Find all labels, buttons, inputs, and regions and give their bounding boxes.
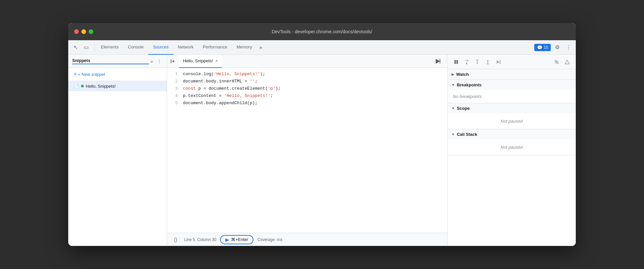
scope-section-header[interactable]: ▼ Scope (448, 103, 576, 113)
call-stack-not-paused-label: Not paused (501, 145, 523, 150)
scope-content: Not paused (448, 113, 576, 129)
main-content: Snippets » ⋮ + + New snippet 📄 Hello, Sn… (68, 55, 576, 246)
tab-console[interactable]: Console (123, 40, 148, 55)
step-over-button[interactable] (462, 57, 471, 67)
editor-run-button[interactable] (433, 56, 443, 67)
titlebar: DevTools - developer.chrome.com/docs/dev… (68, 23, 576, 40)
status-bar: {} Line 5, Column 30 ▶ ⌘+Enter Coverage:… (167, 233, 447, 246)
watch-section: ▶ Watch (448, 69, 576, 80)
format-button[interactable]: {} (171, 235, 180, 244)
line-number-1: 1 (167, 71, 183, 78)
code-line-5: 5 document.body.appendChild(p); (167, 100, 447, 107)
close-button[interactable] (74, 29, 79, 34)
watch-chevron-icon: ▶ (452, 73, 454, 76)
maximize-button[interactable] (89, 29, 93, 34)
sidebar-more-tabs[interactable]: » (149, 57, 154, 65)
snippet-file-icon: 📄 (73, 83, 79, 89)
scope-not-paused-label: Not paused (501, 119, 523, 124)
no-breakpoints-label: No breakpoints (453, 94, 482, 99)
svg-rect-3 (440, 59, 440, 64)
line-1-content: console.log('Hello, Snippets!'); (183, 71, 265, 78)
cursor-position: Line 5, Column 30 (184, 237, 216, 242)
toolbar-right: 💬 15 ⚙ ⋮ (534, 43, 573, 52)
main-toolbar: ↖ ▭ Elements Console Sources Network Per… (68, 40, 576, 55)
step-out-button[interactable] (483, 57, 492, 67)
new-snippet-button[interactable]: + + New snippet (68, 68, 167, 81)
device-icon[interactable]: ▭ (81, 43, 91, 52)
svg-rect-2 (436, 59, 436, 64)
more-tabs-button[interactable]: » (257, 45, 265, 50)
notification-badge[interactable]: 💬 15 (534, 44, 551, 51)
line-4-content: p.textContent = 'Hello, Snippets!'; (183, 92, 273, 100)
call-stack-section-title: Call Stack (457, 132, 477, 137)
cursor-icon[interactable]: ↖ (71, 43, 80, 52)
run-shortcut-button[interactable]: ▶ ⌘+Enter (220, 235, 253, 244)
line-5-content: document.body.appendChild(p); (183, 100, 257, 107)
code-editor[interactable]: 1 console.log('Hello, Snippets!'); 2 doc… (167, 68, 447, 233)
snippet-item[interactable]: 📄 Hello, Snippets! (68, 81, 167, 91)
tab-performance[interactable]: Performance (198, 40, 232, 55)
code-line-3: 3 const p = document.createElement('p'); (167, 85, 447, 92)
svg-marker-8 (476, 63, 478, 64)
devtools-window: DevTools - developer.chrome.com/docs/dev… (68, 23, 576, 246)
sidebar-more-actions[interactable]: ⋮ (156, 57, 163, 65)
step-button[interactable] (494, 57, 503, 67)
call-stack-content: Not paused (448, 139, 576, 155)
svg-text:!: ! (567, 61, 568, 64)
tab-elements[interactable]: Elements (96, 40, 123, 55)
breakpoints-section: ▼ Breakpoints No breakpoints (448, 80, 576, 103)
run-shortcut-text: ⌘+Enter (231, 237, 248, 242)
watch-section-title: Watch (456, 72, 469, 77)
coverage-status: Coverage: n/a (257, 237, 282, 242)
editor-area: Hello, Snippets! × 1 console.log('Hello,… (167, 55, 447, 246)
code-line-1: 1 console.log('Hello, Snippets!'); (167, 71, 447, 78)
minimize-button[interactable] (81, 29, 86, 34)
right-panel: ! ▶ Watch ▼ Breakpoints No breakpoints (447, 55, 576, 246)
plus-icon: + (73, 71, 76, 77)
settings-button[interactable]: ⚙ (553, 43, 562, 52)
call-stack-chevron-icon: ▼ (452, 133, 455, 136)
tab-memory[interactable]: Memory (232, 40, 257, 55)
line-number-4: 4 (167, 92, 183, 100)
line-3-content: const p = document.createElement('p'); (183, 85, 280, 92)
svg-rect-0 (171, 59, 171, 63)
sidebar-header: Snippets » ⋮ (68, 55, 167, 68)
line-2-content: document.body.innerHTML = ''; (183, 78, 257, 85)
tab-sources[interactable]: Sources (148, 40, 173, 55)
editor-tab-label: Hello, Snippets! (183, 58, 213, 63)
tab-network[interactable]: Network (173, 40, 198, 55)
snippet-name: Hello, Snippets! (86, 84, 116, 89)
chat-icon: 💬 (537, 45, 542, 50)
svg-marker-9 (487, 60, 489, 61)
svg-marker-7 (466, 63, 468, 65)
run-shortcut-play-icon: ▶ (225, 237, 229, 242)
debug-toolbar: ! (448, 55, 576, 69)
scope-section: ▼ Scope Not paused (448, 103, 576, 129)
code-line-2: 2 document.body.innerHTML = ''; (167, 78, 447, 85)
format-icon: {} (174, 237, 177, 242)
sidebar-title: Snippets (72, 58, 149, 64)
deactivate-breakpoints-button[interactable] (552, 57, 561, 67)
call-stack-section-header[interactable]: ▼ Call Stack (448, 129, 576, 139)
watch-section-header[interactable]: ▶ Watch (448, 69, 576, 79)
call-stack-section: ▼ Call Stack Not paused (448, 129, 576, 155)
editor-tab-close-button[interactable]: × (216, 59, 218, 63)
collapse-sidebar-button[interactable] (168, 57, 178, 66)
breakpoints-section-header[interactable]: ▼ Breakpoints (448, 80, 576, 90)
code-line-4: 4 p.textContent = 'Hello, Snippets!'; (167, 92, 447, 100)
snippet-active-dot (81, 85, 84, 87)
line-number-2: 2 (167, 78, 183, 85)
editor-tab-hello-snippets[interactable]: Hello, Snippets! × (179, 55, 222, 68)
line-number-3: 3 (167, 85, 183, 92)
pause-button[interactable] (452, 57, 461, 67)
window-title: DevTools - developer.chrome.com/docs/dev… (272, 29, 372, 34)
svg-marker-10 (497, 60, 499, 64)
sidebar-actions: » ⋮ (149, 57, 163, 65)
breakpoints-content: No breakpoints (448, 90, 576, 103)
step-into-button[interactable] (473, 57, 482, 67)
breakpoints-section-title: Breakpoints (457, 82, 482, 87)
scope-section-title: Scope (457, 106, 470, 111)
notification-count: 15 (544, 45, 548, 50)
more-options-button[interactable]: ⋮ (564, 43, 573, 52)
pause-on-exceptions-button[interactable]: ! (563, 57, 572, 67)
